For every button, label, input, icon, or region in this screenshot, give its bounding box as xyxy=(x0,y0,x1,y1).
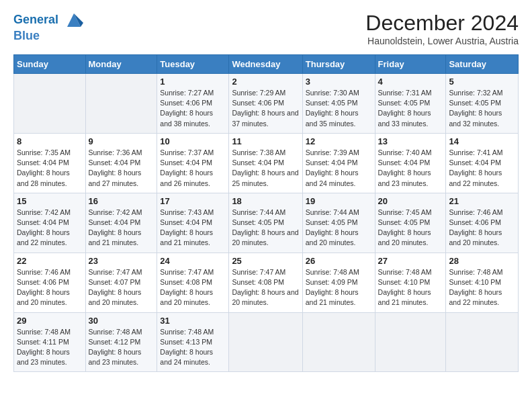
day-number: 23 xyxy=(89,256,154,266)
calendar-cell: 20Sunrise: 7:45 AMSunset: 4:05 PMDayligh… xyxy=(375,193,446,253)
day-info: Sunrise: 7:39 AMSunset: 4:04 PMDaylight:… xyxy=(306,148,372,189)
day-header-saturday: Saturday xyxy=(446,55,519,74)
calendar-cell: 8Sunrise: 7:35 AMSunset: 4:04 PMDaylight… xyxy=(14,133,86,193)
day-number: 8 xyxy=(17,136,83,146)
calendar-cell: 16Sunrise: 7:42 AMSunset: 4:04 PMDayligh… xyxy=(85,193,157,253)
day-number: 14 xyxy=(449,136,515,146)
calendar-cell: 26Sunrise: 7:48 AMSunset: 4:09 PMDayligh… xyxy=(302,253,375,312)
calendar-cell: 27Sunrise: 7:48 AMSunset: 4:10 PMDayligh… xyxy=(375,253,446,312)
calendar-cell: 15Sunrise: 7:42 AMSunset: 4:04 PMDayligh… xyxy=(14,193,86,253)
day-info: Sunrise: 7:47 AMSunset: 4:08 PMDaylight:… xyxy=(160,267,226,308)
calendar-cell xyxy=(85,74,157,134)
month-title: December 2024 xyxy=(365,11,519,36)
calendar-cell: 13Sunrise: 7:40 AMSunset: 4:04 PMDayligh… xyxy=(375,133,446,193)
day-number: 3 xyxy=(306,77,372,87)
day-number: 5 xyxy=(449,77,515,87)
day-info: Sunrise: 7:48 AMSunset: 4:09 PMDaylight:… xyxy=(306,267,372,308)
calendar-cell: 29Sunrise: 7:48 AMSunset: 4:11 PMDayligh… xyxy=(14,312,86,372)
calendar-cell xyxy=(446,312,519,372)
day-number: 30 xyxy=(89,316,154,326)
calendar-cell: 5Sunrise: 7:32 AMSunset: 4:05 PMDaylight… xyxy=(446,74,519,134)
day-info: Sunrise: 7:29 AMSunset: 4:06 PMDaylight:… xyxy=(232,88,299,129)
calendar-cell: 23Sunrise: 7:47 AMSunset: 4:07 PMDayligh… xyxy=(85,253,157,312)
logo-general: General xyxy=(13,13,58,26)
calendar-cell: 9Sunrise: 7:36 AMSunset: 4:04 PMDaylight… xyxy=(85,133,157,193)
day-info: Sunrise: 7:31 AMSunset: 4:05 PMDaylight:… xyxy=(378,88,443,129)
day-info: Sunrise: 7:46 AMSunset: 4:06 PMDaylight:… xyxy=(17,267,83,308)
day-header-wednesday: Wednesday xyxy=(229,55,302,74)
calendar-cell: 11Sunrise: 7:38 AMSunset: 4:04 PMDayligh… xyxy=(229,133,302,193)
day-number: 21 xyxy=(449,196,515,206)
day-number: 25 xyxy=(232,256,299,266)
calendar-cell xyxy=(302,312,375,372)
day-info: Sunrise: 7:27 AMSunset: 4:06 PMDaylight:… xyxy=(160,88,226,129)
day-number: 11 xyxy=(232,136,299,146)
day-info: Sunrise: 7:42 AMSunset: 4:04 PMDaylight:… xyxy=(17,208,83,248)
day-number: 17 xyxy=(160,196,226,206)
calendar-cell: 3Sunrise: 7:30 AMSunset: 4:05 PMDaylight… xyxy=(302,74,375,134)
day-number: 19 xyxy=(306,196,372,206)
calendar-week-row: 1Sunrise: 7:27 AMSunset: 4:06 PMDaylight… xyxy=(14,74,519,134)
day-number: 16 xyxy=(89,196,154,206)
calendar-cell: 28Sunrise: 7:48 AMSunset: 4:10 PMDayligh… xyxy=(446,253,519,312)
calendar-week-row: 8Sunrise: 7:35 AMSunset: 4:04 PMDaylight… xyxy=(14,133,519,193)
calendar-cell: 31Sunrise: 7:48 AMSunset: 4:13 PMDayligh… xyxy=(157,312,229,372)
calendar-week-row: 22Sunrise: 7:46 AMSunset: 4:06 PMDayligh… xyxy=(14,253,519,312)
day-number: 27 xyxy=(378,256,443,266)
day-info: Sunrise: 7:42 AMSunset: 4:04 PMDaylight:… xyxy=(89,208,154,248)
day-header-thursday: Thursday xyxy=(302,55,375,74)
calendar-cell: 1Sunrise: 7:27 AMSunset: 4:06 PMDaylight… xyxy=(157,74,229,134)
day-number: 28 xyxy=(449,256,515,266)
day-header-friday: Friday xyxy=(375,55,446,74)
calendar-cell: 25Sunrise: 7:47 AMSunset: 4:08 PMDayligh… xyxy=(229,253,302,312)
calendar-cell: 24Sunrise: 7:47 AMSunset: 4:08 PMDayligh… xyxy=(157,253,229,312)
day-info: Sunrise: 7:48 AMSunset: 4:10 PMDaylight:… xyxy=(378,267,443,308)
day-number: 29 xyxy=(17,316,83,326)
calendar-header-row: SundayMondayTuesdayWednesdayThursdayFrid… xyxy=(14,55,519,74)
calendar-week-row: 29Sunrise: 7:48 AMSunset: 4:11 PMDayligh… xyxy=(14,312,519,372)
day-header-sunday: Sunday xyxy=(14,55,86,74)
day-info: Sunrise: 7:40 AMSunset: 4:04 PMDaylight:… xyxy=(378,148,443,189)
day-header-monday: Monday xyxy=(85,55,157,74)
calendar-cell: 4Sunrise: 7:31 AMSunset: 4:05 PMDaylight… xyxy=(375,74,446,134)
day-info: Sunrise: 7:45 AMSunset: 4:05 PMDaylight:… xyxy=(378,208,443,248)
calendar-table: SundayMondayTuesdayWednesdayThursdayFrid… xyxy=(13,54,519,372)
day-number: 4 xyxy=(378,77,443,87)
day-info: Sunrise: 7:44 AMSunset: 4:05 PMDaylight:… xyxy=(232,208,299,248)
day-number: 22 xyxy=(17,256,83,266)
calendar-cell xyxy=(14,74,86,134)
calendar-cell: 30Sunrise: 7:48 AMSunset: 4:12 PMDayligh… xyxy=(85,312,157,372)
calendar-cell: 10Sunrise: 7:37 AMSunset: 4:04 PMDayligh… xyxy=(157,133,229,193)
day-info: Sunrise: 7:43 AMSunset: 4:04 PMDaylight:… xyxy=(160,208,226,248)
day-info: Sunrise: 7:36 AMSunset: 4:04 PMDaylight:… xyxy=(89,148,154,189)
day-info: Sunrise: 7:38 AMSunset: 4:04 PMDaylight:… xyxy=(232,148,299,189)
day-number: 18 xyxy=(232,196,299,206)
calendar-cell: 12Sunrise: 7:39 AMSunset: 4:04 PMDayligh… xyxy=(302,133,375,193)
day-info: Sunrise: 7:47 AMSunset: 4:08 PMDaylight:… xyxy=(232,267,299,308)
day-info: Sunrise: 7:48 AMSunset: 4:11 PMDaylight:… xyxy=(17,327,83,368)
day-number: 15 xyxy=(17,196,83,206)
calendar-cell xyxy=(229,312,302,372)
calendar-cell: 22Sunrise: 7:46 AMSunset: 4:06 PMDayligh… xyxy=(14,253,86,312)
calendar-cell: 21Sunrise: 7:46 AMSunset: 4:06 PMDayligh… xyxy=(446,193,519,253)
day-info: Sunrise: 7:48 AMSunset: 4:10 PMDaylight:… xyxy=(449,267,515,308)
day-info: Sunrise: 7:35 AMSunset: 4:04 PMDaylight:… xyxy=(17,148,83,189)
day-number: 10 xyxy=(160,136,226,146)
day-info: Sunrise: 7:41 AMSunset: 4:04 PMDaylight:… xyxy=(449,148,515,189)
day-number: 31 xyxy=(160,316,226,326)
day-info: Sunrise: 7:30 AMSunset: 4:05 PMDaylight:… xyxy=(306,88,372,129)
page-header: General Blue December 2024 Haunoldstein,… xyxy=(13,11,519,46)
day-info: Sunrise: 7:48 AMSunset: 4:12 PMDaylight:… xyxy=(89,327,154,368)
day-number: 12 xyxy=(306,136,372,146)
day-header-tuesday: Tuesday xyxy=(157,55,229,74)
day-number: 1 xyxy=(160,77,226,87)
logo: General Blue xyxy=(13,11,83,43)
calendar-cell: 14Sunrise: 7:41 AMSunset: 4:04 PMDayligh… xyxy=(446,133,519,193)
day-number: 2 xyxy=(232,77,299,87)
day-info: Sunrise: 7:48 AMSunset: 4:13 PMDaylight:… xyxy=(160,327,226,368)
day-number: 26 xyxy=(306,256,372,266)
logo-blue: Blue xyxy=(13,29,40,42)
day-info: Sunrise: 7:46 AMSunset: 4:06 PMDaylight:… xyxy=(449,208,515,248)
calendar-cell: 18Sunrise: 7:44 AMSunset: 4:05 PMDayligh… xyxy=(229,193,302,253)
calendar-week-row: 15Sunrise: 7:42 AMSunset: 4:04 PMDayligh… xyxy=(14,193,519,253)
